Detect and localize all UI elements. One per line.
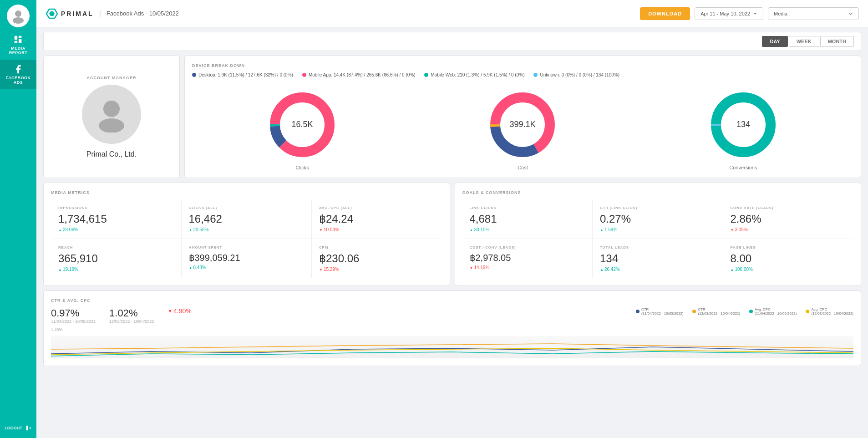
metric-cpm: CPM ฿230.06 15.29% xyxy=(312,239,442,278)
device-legend: Desktop: 1.9K (11.5%) / 127.6K (32%) / 0… xyxy=(192,72,853,77)
svg-point-9 xyxy=(99,118,124,132)
svg-rect-3 xyxy=(19,36,21,38)
ctr-value-2: 1.02% 12/03/2022 - 10/04/2022 xyxy=(109,307,154,324)
metric-total-leads: TOTAL LEADS 134 26.42% xyxy=(593,239,723,278)
account-manager-card: ACCOUNT MANAGER Primal Co., Ltd. xyxy=(43,56,180,178)
page-title: Facebook Ads - 10/05/2022 xyxy=(107,10,179,17)
legend-desktop-text: Desktop: 1.9K (11.5%) / 127.6K (32%) / 0… xyxy=(198,72,293,77)
svg-point-8 xyxy=(103,101,120,117)
metric-amount-spent: AMOUNT SPENT ฿399,059.21 8.48% xyxy=(182,239,312,278)
sidebar-item-media-report[interactable]: MEDIA REPORT xyxy=(0,30,36,60)
tab-week[interactable]: WEEK xyxy=(789,36,819,47)
account-avatar xyxy=(82,85,141,144)
donut-cost: 399.1K Cost xyxy=(486,88,559,170)
svg-rect-2 xyxy=(15,36,17,40)
date-range-selector[interactable]: Apr 11 - May 10, 2022 xyxy=(695,7,763,20)
media-selector-text: Media xyxy=(774,11,787,16)
device-section-label: DEVICE BREAK DOWN xyxy=(192,63,853,68)
content-area: DAY WEEK MONTH ACCOUNT MANAGER Primal Co… xyxy=(36,27,868,438)
goals-section-label: GOALS & CONVERSIONS xyxy=(462,190,854,199)
sidebar-media-report-label: MEDIA xyxy=(11,46,25,51)
legend-desktop: Desktop: 1.9K (11.5%) / 127.6K (32%) / 0… xyxy=(192,72,293,77)
svg-point-1 xyxy=(13,17,24,24)
cost-label: Cost xyxy=(518,165,528,170)
legend-mobile-web-text: Mobile Web: 210 (1.3%) / 5.9K (1.5%) / 0… xyxy=(431,72,524,77)
topbar: PRIMAL | Facebook Ads - 10/05/2022 DOWNL… xyxy=(36,0,868,27)
sidebar-item-facebook-ads[interactable]: FACEBOOK ADS xyxy=(0,60,36,89)
sidebar-facebook-ads-label: FACEBOOK xyxy=(5,76,30,80)
period-tabs: DAY WEEK MONTH xyxy=(762,36,854,47)
legend-ctr-current: CTR(11/04/2022 - 10/05/2022) xyxy=(636,307,684,316)
conversions-label: Conversions xyxy=(729,165,757,170)
svg-point-0 xyxy=(15,10,21,17)
top-card-row: ACCOUNT MANAGER Primal Co., Ltd. DEVICE … xyxy=(43,56,861,178)
metrics-row: MEDIA METRICS IMPRESSIONS 1,734,615 28.0… xyxy=(43,183,861,286)
metric-clicks-all: CLICKS (ALL) 16,462 20.58% xyxy=(182,199,312,239)
goals-conversions-card: GOALS & CONVERSIONS LINK CLICKS 4,681 30… xyxy=(455,183,862,286)
metric-avg-cpc: AVG. CPC (ALL) ฿24.24 10.04% xyxy=(312,199,442,239)
legend-mobile-web: Mobile Web: 210 (1.3%) / 5.9K (1.5%) / 0… xyxy=(424,72,524,77)
legend-unknown-text: Unknown: 0 (0%) / 0 (0%) / 134 (100%) xyxy=(540,72,619,77)
metric-ctr-link: CTR (LINK CLICK) 0.27% 1.59% xyxy=(593,199,723,239)
metric-cost-conv: COST / CONV (LEADS) ฿2,978.05 14.19% xyxy=(462,239,593,278)
legend-unknown: Unknown: 0 (0%) / 0 (0%) / 134 (100%) xyxy=(533,72,619,77)
tab-day[interactable]: DAY xyxy=(762,36,787,47)
metric-link-clicks: LINK CLICKS 4,681 30.10% xyxy=(462,199,593,239)
device-breakdown-card: DEVICE BREAK DOWN Desktop: 1.9K (11.5%) … xyxy=(184,56,861,178)
ctr-change: ▼4.90% xyxy=(168,307,192,315)
svg-text:399.1K: 399.1K xyxy=(510,120,536,129)
legend-avg-cpc-prev: Avg. CPC(12/03/2022 - 10/04/2022) xyxy=(806,307,853,316)
period-bar: DAY WEEK MONTH xyxy=(43,32,861,51)
svg-rect-4 xyxy=(19,39,21,43)
logo: PRIMAL xyxy=(46,7,94,20)
sidebar: MEDIA REPORT FACEBOOK ADS LOGOUT xyxy=(0,0,36,438)
download-button[interactable]: DOWNLOAD xyxy=(640,7,690,20)
donut-conversions: 134 Conversions xyxy=(707,88,780,170)
donut-row: 16.5K Clicks xyxy=(192,84,853,170)
goals-metrics-grid: LINK CLICKS 4,681 30.10% CTR (LINK CLICK… xyxy=(462,199,854,278)
metric-reach: REACH 365,910 19.19% xyxy=(51,239,182,278)
media-metrics-card: MEDIA METRICS IMPRESSIONS 1,734,615 28.0… xyxy=(43,183,450,286)
metric-page-likes: PAGE LIKES 8.00 100.00% xyxy=(723,239,854,278)
logout-label: LOGOUT xyxy=(5,426,22,430)
svg-text:16.5K: 16.5K xyxy=(292,120,313,129)
ctr-card: CTR & AVG. CPC 0.97% 11/04/2022 - 10/05/… xyxy=(43,290,861,366)
sidebar-facebook-ads-label2: ADS xyxy=(14,80,23,85)
media-selector[interactable]: Media xyxy=(768,7,859,20)
legend-mobile-app: Mobile App: 14.4K (87.4%) / 265.6K (66.6… xyxy=(302,72,416,77)
svg-text:134: 134 xyxy=(736,120,750,129)
logo-text: PRIMAL xyxy=(61,10,94,17)
ctr-chart xyxy=(51,336,853,358)
legend-mobile-app-text: Mobile App: 14.4K (87.4%) / 265.6K (66.6… xyxy=(309,72,416,77)
sidebar-media-report-label2: REPORT xyxy=(9,51,28,55)
svg-rect-5 xyxy=(15,41,17,43)
metric-conv-rate: CONV RATE (LEADS) 2.86% 3.05% xyxy=(723,199,854,239)
ctr-legend: CTR(11/04/2022 - 10/05/2022) CTR(12/03/2… xyxy=(636,307,853,316)
user-avatar xyxy=(7,5,30,27)
date-range-text: Apr 11 - May 10, 2022 xyxy=(700,11,750,16)
main-content: PRIMAL | Facebook Ads - 10/05/2022 DOWNL… xyxy=(36,0,868,438)
legend-avg-cpc-current: Avg. CPC(11/04/2022 - 10/05/2022) xyxy=(749,307,797,316)
media-metrics-label: MEDIA METRICS xyxy=(51,190,442,199)
clicks-label: Clicks xyxy=(295,165,309,170)
metric-impressions: IMPRESSIONS 1,734,615 28.06% xyxy=(51,199,182,239)
media-metrics-grid: IMPRESSIONS 1,734,615 28.06% CLICKS (ALL… xyxy=(51,199,442,278)
ctr-section-label: CTR & AVG. CPC xyxy=(51,298,853,303)
logout-button[interactable]: LOGOUT xyxy=(5,425,32,431)
ctr-header: CTR & AVG. CPC xyxy=(51,298,853,303)
legend-ctr-prev: CTR(12/03/2022 - 10/04/2022) xyxy=(692,307,740,316)
donut-clicks: 16.5K Clicks xyxy=(266,88,339,170)
account-name: Primal Co., Ltd. xyxy=(86,150,137,158)
account-section-label: ACCOUNT MANAGER xyxy=(87,76,137,80)
tab-month[interactable]: MONTH xyxy=(820,36,854,47)
ctr-value-1: 0.97% 11/04/2022 - 10/05/2022 xyxy=(51,307,96,324)
svg-marker-7 xyxy=(49,11,55,16)
topbar-right: DOWNLOAD Apr 11 - May 10, 2022 Media xyxy=(640,7,859,20)
